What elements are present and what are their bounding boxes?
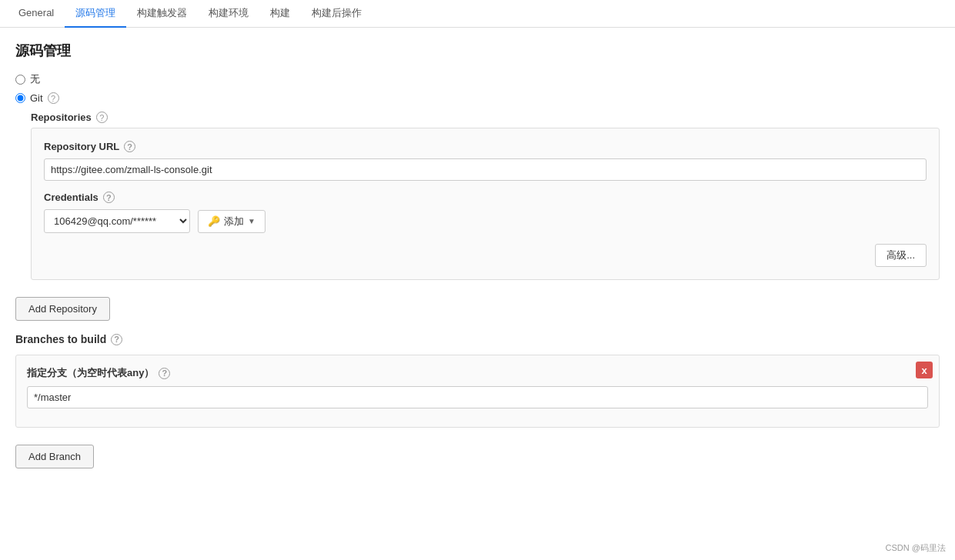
add-btn-label: 添加: [224, 215, 244, 228]
branch-field-label: 指定分支（为空时代表any）: [27, 366, 154, 380]
repo-url-input[interactable]: [44, 158, 927, 181]
key-icon: 🔑: [208, 215, 220, 227]
credentials-label-row: Credentials ?: [44, 192, 927, 203]
branches-section-header: Branches to build ?: [15, 333, 940, 345]
radio-git-label: Git: [30, 92, 43, 104]
delete-branch-button[interactable]: x: [916, 362, 933, 378]
add-branch-button[interactable]: Add Branch: [15, 445, 94, 468]
credentials-select[interactable]: 10642⁠⁠⁠⁠9@qq.com/******: [44, 209, 190, 233]
radio-git-row: Git ?: [15, 92, 940, 104]
radio-git[interactable]: [15, 93, 25, 103]
tab-post[interactable]: 构建后操作: [301, 0, 372, 28]
repositories-section: Repository URL ? Credentials ? 10642⁠⁠⁠⁠…: [31, 128, 940, 280]
add-repository-button[interactable]: Add Repository: [15, 297, 110, 321]
page-title: 源码管理: [15, 42, 940, 60]
page-content: 源码管理 无 Git ? Repositories ? Repository U…: [0, 28, 955, 560]
radio-group: 无 Git ?: [15, 72, 940, 104]
credentials-row: 10642⁠⁠⁠⁠9@qq.com/****** 🔑 添加 ▼: [44, 209, 927, 233]
branch-field-group: 指定分支（为空时代表any） ?: [27, 366, 928, 408]
credentials-help-icon[interactable]: ?: [103, 192, 115, 203]
watermark: CSDN @码里法: [886, 542, 946, 554]
tab-bar: General 源码管理 构建触发器 构建环境 构建 构建后操作: [0, 0, 955, 28]
repo-url-group: Repository URL ?: [44, 141, 927, 181]
branch-box: x 指定分支（为空时代表any） ?: [15, 355, 940, 428]
tab-general[interactable]: General: [8, 1, 65, 26]
repositories-label: Repositories: [31, 112, 92, 123]
radio-none-label: 无: [30, 72, 40, 86]
credentials-label: Credentials: [44, 192, 99, 203]
tab-scm[interactable]: 源码管理: [65, 0, 126, 28]
branch-help-icon[interactable]: ?: [159, 368, 170, 379]
repositories-label-row: Repositories ?: [31, 112, 940, 123]
repo-url-help-icon[interactable]: ?: [124, 141, 135, 152]
tab-build[interactable]: 构建: [259, 0, 301, 28]
repo-url-label-row: Repository URL ?: [44, 141, 927, 152]
tab-trigger[interactable]: 构建触发器: [126, 0, 198, 28]
branch-input[interactable]: [27, 386, 928, 408]
branch-field-label-row: 指定分支（为空时代表any） ?: [27, 366, 928, 380]
repo-url-label: Repository URL: [44, 141, 119, 152]
advanced-btn-row: 高级...: [44, 244, 927, 267]
branches-label: Branches to build: [15, 333, 106, 345]
radio-none-row: 无: [15, 72, 940, 86]
credentials-group: Credentials ? 10642⁠⁠⁠⁠9@qq.com/****** 🔑…: [44, 192, 927, 233]
dropdown-arrow-icon: ▼: [248, 217, 255, 225]
branches-help-icon[interactable]: ?: [111, 334, 122, 345]
repositories-help-icon[interactable]: ?: [96, 112, 108, 123]
git-help-icon[interactable]: ?: [48, 92, 59, 104]
radio-none[interactable]: [15, 75, 25, 85]
credentials-add-btn[interactable]: 🔑 添加 ▼: [198, 210, 265, 233]
advanced-button[interactable]: 高级...: [875, 244, 927, 267]
tab-env[interactable]: 构建环境: [198, 0, 259, 28]
